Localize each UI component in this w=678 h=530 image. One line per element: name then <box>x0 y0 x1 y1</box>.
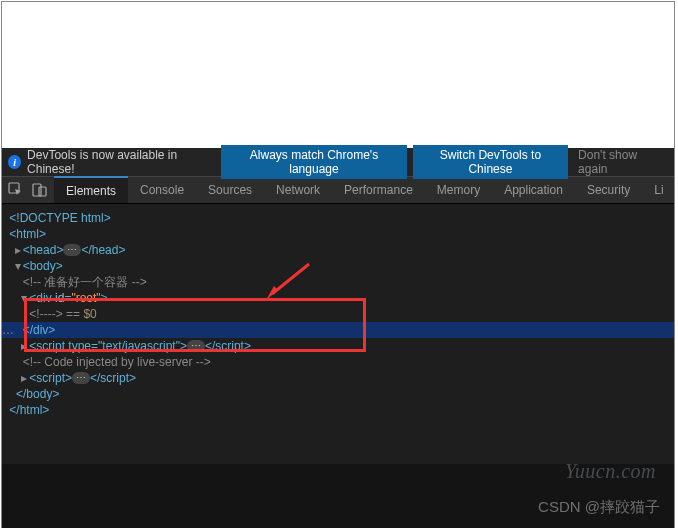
gutter-dots: … <box>2 322 14 338</box>
svg-rect-2 <box>39 187 46 196</box>
devtools-tab-bar: Elements Console Sources Network Perform… <box>2 176 674 204</box>
dismiss-button[interactable]: Don't show again <box>574 145 668 179</box>
infobar-message: DevTools is now available in Chinese! <box>27 148 215 176</box>
device-toolbar-icon[interactable] <box>32 182 48 198</box>
watermark-csdn: CSDN @摔跤猫子 <box>538 498 660 517</box>
tab-performance[interactable]: Performance <box>332 177 425 203</box>
tab-console[interactable]: Console <box>128 177 196 203</box>
dom-line[interactable]: ▸<script type="text/javascript">⋯</scrip… <box>6 338 670 354</box>
dom-line[interactable]: ▸<script>⋯</script> <box>6 370 670 386</box>
svg-rect-1 <box>33 184 41 196</box>
ellipsis-icon[interactable]: ⋯ <box>63 244 81 256</box>
page-preview <box>2 2 674 148</box>
ellipsis-icon[interactable]: ⋯ <box>72 372 90 384</box>
tab-security[interactable]: Security <box>575 177 642 203</box>
dom-line[interactable]: </div> <box>6 322 670 338</box>
always-match-language-button[interactable]: Always match Chrome's language <box>221 145 407 179</box>
dom-line[interactable]: ▾<div id="root"> <box>6 290 670 306</box>
dom-line-selected[interactable]: <!----> == $0 <box>6 306 670 322</box>
dom-line[interactable]: <!DOCTYPE html> <box>6 210 670 226</box>
dom-line[interactable]: <!-- Code injected by live-server --> <box>6 354 670 370</box>
tab-lighthouse[interactable]: Li <box>642 177 675 203</box>
switch-to-chinese-button[interactable]: Switch DevTools to Chinese <box>413 145 568 179</box>
devtools-infobar: i DevTools is now available in Chinese! … <box>2 148 674 176</box>
ellipsis-icon[interactable]: ⋯ <box>187 340 205 352</box>
dom-line[interactable]: ▸<head>⋯</head> <box>6 242 670 258</box>
elements-dom-tree[interactable]: … <!DOCTYPE html> <html> ▸<head>⋯</head>… <box>2 204 674 464</box>
tab-sources[interactable]: Sources <box>196 177 264 203</box>
dom-line[interactable]: <html> <box>6 226 670 242</box>
dom-line[interactable]: </html> <box>6 402 670 418</box>
inspect-element-icon[interactable] <box>8 182 24 198</box>
dom-line[interactable]: <!-- 准备好一个容器 --> <box>6 274 670 290</box>
dom-line[interactable]: ▾<body> <box>6 258 670 274</box>
watermark-site: Yuucn.com <box>565 460 656 483</box>
tab-memory[interactable]: Memory <box>425 177 492 203</box>
tab-network[interactable]: Network <box>264 177 332 203</box>
tab-elements[interactable]: Elements <box>54 176 128 203</box>
info-icon: i <box>8 155 21 169</box>
dom-line[interactable]: </body> <box>6 386 670 402</box>
tab-application[interactable]: Application <box>492 177 575 203</box>
